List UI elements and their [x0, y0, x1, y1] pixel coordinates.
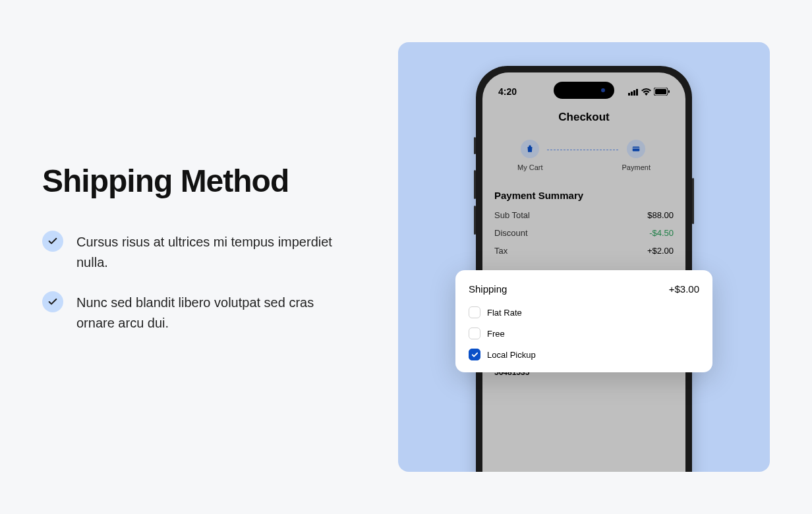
- shipping-amount: +$3.00: [669, 283, 699, 295]
- shipping-option-local-pickup[interactable]: Local Pickup: [469, 349, 699, 360]
- phone-side-button: [474, 137, 476, 154]
- phone-frame: 4:20 Checkout My Cart: [476, 66, 692, 472]
- shipping-card-header: Shipping +$3.00: [469, 283, 699, 295]
- option-label: Flat Rate: [487, 308, 522, 318]
- shipping-label: Shipping: [469, 283, 507, 295]
- feature-description-panel: Shipping Method Cursus risus at ultrices…: [42, 163, 398, 352]
- dynamic-island: [554, 82, 614, 99]
- page-heading: Shipping Method: [42, 163, 372, 199]
- checkbox-unchecked-icon: [469, 328, 480, 339]
- shipping-method-card: Shipping +$3.00 Flat Rate Free Local Pic…: [455, 270, 712, 372]
- feature-bullet: Cursus risus at ultrices mi tempus imper…: [42, 231, 372, 273]
- check-icon: [42, 231, 63, 252]
- bullet-text: Nunc sed blandit libero volutpat sed cra…: [76, 291, 340, 333]
- shipping-option-flat-rate[interactable]: Flat Rate: [469, 306, 699, 318]
- phone-side-button: [474, 206, 476, 235]
- check-icon: [42, 291, 63, 312]
- checkbox-unchecked-icon: [469, 306, 480, 318]
- checkbox-checked-icon: [469, 349, 480, 360]
- option-label: Free: [487, 329, 505, 339]
- phone-side-button: [474, 170, 476, 199]
- phone-side-button: [692, 178, 694, 224]
- option-label: Local Pickup: [487, 350, 536, 360]
- bullet-text: Cursus risus at ultrices mi tempus imper…: [76, 231, 340, 273]
- feature-bullet: Nunc sed blandit libero volutpat sed cra…: [42, 291, 372, 333]
- shipping-option-free[interactable]: Free: [469, 328, 699, 339]
- device-mockup-panel: 4:20 Checkout My Cart: [398, 42, 770, 472]
